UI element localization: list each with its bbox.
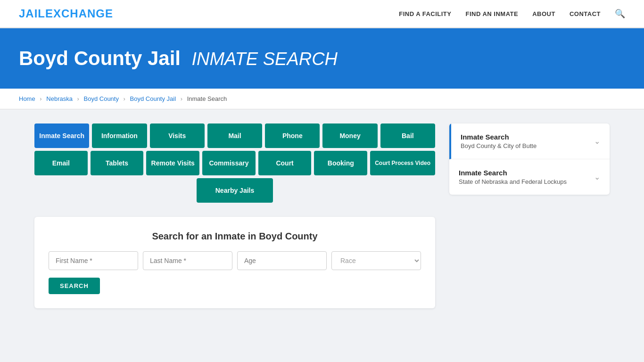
breadcrumb-sep-4: ›	[181, 95, 182, 102]
sidebar-item-boyd-county-title: Inmate Search	[461, 133, 594, 141]
hero-banner: Boyd County Jail INMATE SEARCH	[0, 28, 644, 89]
nav-btn-court-process-video[interactable]: Court Process Video	[370, 151, 435, 175]
nav-btn-information[interactable]: Information	[92, 123, 147, 148]
hero-title-italic: INMATE SEARCH	[191, 49, 338, 69]
header: JAILEXCHANGE FIND A FACILITY FIND AN INM…	[0, 0, 644, 28]
logo-part1: JAIL	[19, 7, 45, 20]
left-column: Inmate Search Information Visits Mail Ph…	[34, 123, 435, 308]
nav-btn-nearby-jails[interactable]: Nearby Jails	[197, 178, 273, 203]
nav-btn-commissary[interactable]: Commissary	[202, 151, 256, 175]
nav-about[interactable]: ABOUT	[532, 10, 555, 17]
breadcrumb-home[interactable]: Home	[19, 95, 35, 102]
first-name-input[interactable]	[49, 251, 138, 270]
breadcrumb-sep-3: ›	[124, 95, 125, 102]
nav-find-inmate[interactable]: FIND AN INMATE	[465, 10, 518, 17]
logo[interactable]: JAILEXCHANGE	[19, 7, 113, 20]
nav-buttons-row2: Email Tablets Remote Visits Commissary C…	[34, 151, 435, 175]
search-form-title: Search for an Inmate in Boyd County	[49, 231, 421, 242]
chevron-down-icon-2: ⌄	[594, 173, 600, 181]
nav-buttons-row1: Inmate Search Information Visits Mail Ph…	[34, 123, 435, 148]
breadcrumb-nebraska[interactable]: Nebraska	[46, 95, 73, 102]
breadcrumb-current: Inmate Search	[187, 95, 227, 102]
nav-btn-visits[interactable]: Visits	[150, 123, 205, 148]
sidebar-item-boyd-county[interactable]: Inmate Search Boyd County & City of Butt…	[449, 123, 610, 159]
sidebar-item-boyd-county-left: Inmate Search Boyd County & City of Butt…	[461, 133, 594, 149]
sidebar-item-nebraska-title: Inmate Search	[459, 169, 594, 177]
nav-btn-email[interactable]: Email	[34, 151, 88, 175]
hero-title-main: Boyd County Jail	[19, 47, 181, 69]
nav-btn-court[interactable]: Court	[258, 151, 312, 175]
chevron-down-icon-1: ⌄	[594, 137, 600, 146]
sidebar-item-nebraska-subtitle: State of Nebraska and Federal Lockups	[459, 178, 594, 185]
breadcrumb-boyd-county-jail[interactable]: Boyd County Jail	[130, 95, 176, 102]
nav-btn-bail[interactable]: Bail	[380, 123, 435, 148]
header-search-button[interactable]: 🔍	[615, 8, 625, 19]
nav-contact[interactable]: CONTACT	[570, 10, 601, 17]
nav-btn-phone[interactable]: Phone	[265, 123, 320, 148]
logo-accent: EXCHANGE	[45, 7, 113, 20]
last-name-input[interactable]	[143, 251, 232, 270]
main-nav: FIND A FACILITY FIND AN INMATE ABOUT CON…	[399, 8, 625, 19]
breadcrumb-sep-1: ›	[40, 95, 41, 102]
race-select[interactable]: Race White Black Hispanic Asian Other	[331, 251, 421, 270]
sidebar-item-boyd-county-subtitle: Boyd County & City of Butte	[461, 142, 594, 149]
main-content: Inmate Search Information Visits Mail Ph…	[16, 109, 628, 322]
right-sidebar: Inmate Search Boyd County & City of Butt…	[449, 123, 610, 195]
nav-btn-money[interactable]: Money	[322, 123, 377, 148]
search-fields: Race White Black Hispanic Asian Other	[49, 251, 421, 270]
search-submit-button[interactable]: SEARCH	[49, 278, 100, 294]
nav-buttons-row3: Nearby Jails	[34, 178, 435, 203]
breadcrumb-sep-2: ›	[77, 95, 79, 102]
hero-title: Boyd County Jail INMATE SEARCH	[19, 47, 625, 70]
nav-btn-remote-visits[interactable]: Remote Visits	[146, 151, 199, 175]
search-form-container: Search for an Inmate in Boyd County Race…	[34, 217, 435, 308]
nav-btn-inmate-search[interactable]: Inmate Search	[34, 123, 89, 148]
sidebar-item-nebraska[interactable]: Inmate Search State of Nebraska and Fede…	[449, 159, 610, 195]
nav-btn-booking[interactable]: Booking	[314, 151, 367, 175]
sidebar-card: Inmate Search Boyd County & City of Butt…	[449, 123, 610, 195]
nav-find-facility[interactable]: FIND A FACILITY	[399, 10, 451, 17]
breadcrumb-boyd-county[interactable]: Boyd County	[84, 95, 119, 102]
sidebar-item-nebraska-left: Inmate Search State of Nebraska and Fede…	[459, 169, 594, 185]
nav-btn-tablets[interactable]: Tablets	[91, 151, 144, 175]
age-input[interactable]	[237, 251, 327, 270]
nav-btn-mail[interactable]: Mail	[207, 123, 262, 148]
breadcrumb: Home › Nebraska › Boyd County › Boyd Cou…	[0, 89, 644, 109]
